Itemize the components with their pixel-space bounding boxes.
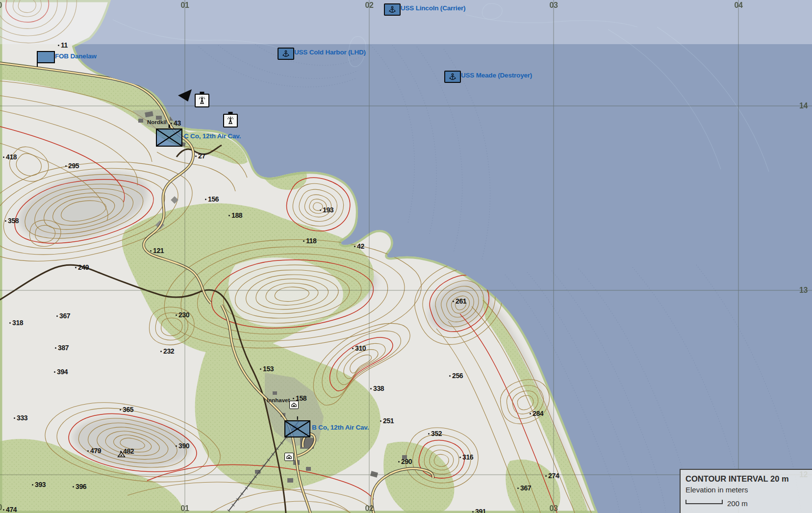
elevation-label: 193 <box>320 206 333 214</box>
elevation-label: 118 <box>303 237 316 245</box>
elevation-label: 156 <box>205 195 219 203</box>
elevation-label: 121 <box>150 247 164 255</box>
naval-marker[interactable]: USS Lincoln (Carrier) <box>384 3 401 16</box>
infantry-company-symbol <box>284 420 310 437</box>
map-annotations: 0102030401020314131200001143274182953581… <box>0 0 812 513</box>
unit-marker[interactable]: B Co, 12th Air Cav. <box>284 420 310 437</box>
elevation-label: 256 <box>449 372 463 380</box>
map-scale-bar: 200 m <box>685 499 812 508</box>
elevation-label: 274 <box>545 472 559 480</box>
elevation-label: 251 <box>380 417 394 425</box>
elevation-label: 232 <box>160 347 174 355</box>
unit-marker-label: C Co, 12th Air Cav. <box>184 132 241 140</box>
elevation-label: 393 <box>32 481 46 488</box>
elevation-label: 394 <box>54 368 68 376</box>
town-label: Nordkil <box>147 119 167 125</box>
elevation-label: 338 <box>370 385 384 392</box>
grid-label-top: 03 <box>550 1 558 10</box>
elevation-label: 188 <box>228 211 242 219</box>
elevation-label: 284 <box>530 410 543 417</box>
grid-label-top: 02 <box>365 1 374 10</box>
naval-marker[interactable]: USS Cold Harbor (LHD) <box>278 48 294 60</box>
lighthouse-icon <box>195 94 209 107</box>
grid-label-top: 04 <box>735 1 743 10</box>
elevation-label: 318 <box>9 319 23 327</box>
house-icon <box>284 453 294 461</box>
elevation-label: 396 <box>73 483 86 490</box>
arrow-icon <box>178 88 193 104</box>
elevation-label: 352 <box>428 430 442 437</box>
grid-label-right: 14 <box>799 102 808 110</box>
house-icon <box>289 401 299 409</box>
grid-label-right: 13 <box>799 286 808 295</box>
elevation-label: 27 <box>195 152 205 160</box>
grid-label-bottom: 03 <box>550 504 558 513</box>
fob-marker-label: FOB Danelaw <box>55 52 97 60</box>
fob-marker[interactable]: FOB Danelaw <box>37 51 55 63</box>
elevation-label: 474 <box>3 506 17 513</box>
elevation-label: 310 <box>352 344 366 352</box>
infantry-company-symbol <box>156 128 182 147</box>
elevation-label: 367 <box>56 312 70 320</box>
elevation-label: 358 <box>5 217 19 225</box>
grid-label-bottom: 02 <box>365 504 374 513</box>
scale-bar-line <box>685 503 723 504</box>
elevation-label: 365 <box>120 406 133 413</box>
elevation-label: 367 <box>517 484 531 492</box>
elevation-label: 295 <box>65 162 79 170</box>
map-legend: CONTOUR INTERVAL 20 m Elevation in meter… <box>680 469 812 513</box>
elevation-label: 390 <box>176 442 189 450</box>
elevation-label: 333 <box>14 414 27 422</box>
elevation-label: 42 <box>354 242 364 250</box>
anchor-icon <box>384 3 401 16</box>
town-label: Innhavet <box>267 397 290 403</box>
elevation-label: 249 <box>75 263 89 271</box>
naval-marker-label: USS Meade (Destroyer) <box>461 72 532 79</box>
anchor-icon <box>278 48 294 60</box>
elevation-label: 391 <box>472 508 486 513</box>
elevation-label: 316 <box>459 453 473 461</box>
scale-bar-label: 200 m <box>727 499 748 508</box>
flag-icon <box>37 51 55 63</box>
anchor-icon <box>444 71 461 83</box>
elevation-label: 261 <box>453 297 466 305</box>
elevation-label: 479 <box>87 447 101 455</box>
grid-label-top: 01 <box>181 1 189 10</box>
elevation-label: 11 <box>58 41 68 49</box>
elevation-label: 387 <box>55 344 69 352</box>
elevation-label: 43 <box>171 119 181 127</box>
elevation-label: 153 <box>260 365 274 373</box>
unit-marker[interactable]: C Co, 12th Air Cav. <box>156 128 182 147</box>
grid-label-bottom: 01 <box>181 504 189 513</box>
naval-marker-label: USS Cold Harbor (LHD) <box>294 49 366 56</box>
elevation-label: 290 <box>398 458 412 465</box>
naval-marker-label: USS Lincoln (Carrier) <box>401 4 465 12</box>
elevation-label: 418 <box>3 153 17 161</box>
tactical-map-screen: { "theme":{ "water":"#8e9fbd","land":"#e… <box>0 0 812 513</box>
naval-marker[interactable]: USS Meade (Destroyer) <box>444 71 461 83</box>
elevation-label: 230 <box>176 311 189 319</box>
grid-label-left: 00 <box>0 503 2 512</box>
unit-marker-label: B Co, 12th Air Cav. <box>312 424 369 431</box>
peak-icon <box>117 451 126 460</box>
legend-contour-interval: CONTOUR INTERVAL 20 m <box>685 474 812 484</box>
lighthouse-icon <box>223 114 238 128</box>
legend-elevation-units: Elevation in meters <box>685 486 812 494</box>
grid-label-left: 00 <box>0 1 2 10</box>
